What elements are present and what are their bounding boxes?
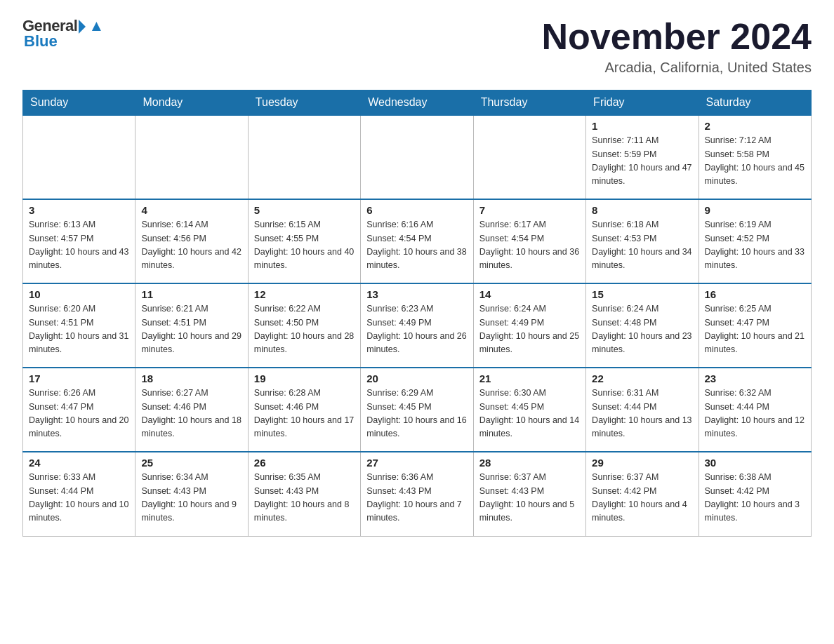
day-number: 28 xyxy=(479,457,580,469)
calendar-cell xyxy=(23,115,135,199)
day-info: Sunrise: 6:38 AMSunset: 4:42 PMDaylight:… xyxy=(705,471,805,525)
day-number: 15 xyxy=(592,288,692,300)
calendar-cell: 14Sunrise: 6:24 AMSunset: 4:49 PMDayligh… xyxy=(473,283,585,368)
day-number: 17 xyxy=(29,373,129,384)
calendar-cell: 28Sunrise: 6:37 AMSunset: 4:43 PMDayligh… xyxy=(473,452,585,536)
calendar-cell: 19Sunrise: 6:28 AMSunset: 4:46 PMDayligh… xyxy=(248,368,360,452)
day-info: Sunrise: 7:12 AMSunset: 5:58 PMDaylight:… xyxy=(705,134,805,189)
day-info: Sunrise: 6:30 AMSunset: 4:45 PMDaylight:… xyxy=(479,387,580,441)
day-info: Sunrise: 6:18 AMSunset: 4:53 PMDaylight:… xyxy=(592,218,692,273)
calendar-cell: 20Sunrise: 6:29 AMSunset: 4:45 PMDayligh… xyxy=(361,368,473,452)
calendar-cell: 3Sunrise: 6:13 AMSunset: 4:57 PMDaylight… xyxy=(23,199,135,283)
day-number: 11 xyxy=(141,288,241,300)
calendar-cell xyxy=(361,115,473,199)
calendar-cell: 12Sunrise: 6:22 AMSunset: 4:50 PMDayligh… xyxy=(248,283,360,368)
day-number: 26 xyxy=(254,457,355,469)
location-subtitle: Arcadia, California, United States xyxy=(542,60,812,76)
logo: General ▲ Blue xyxy=(22,17,104,51)
calendar-cell: 2Sunrise: 7:12 AMSunset: 5:58 PMDaylight… xyxy=(699,115,811,199)
day-number: 14 xyxy=(479,288,580,300)
day-number: 1 xyxy=(592,120,692,132)
day-info: Sunrise: 6:34 AMSunset: 4:43 PMDaylight:… xyxy=(141,471,241,525)
day-number: 18 xyxy=(141,373,241,384)
weekday-header-sunday: Sunday xyxy=(23,90,135,116)
day-number: 20 xyxy=(366,373,467,384)
day-number: 5 xyxy=(254,204,355,216)
weekday-header-monday: Monday xyxy=(135,90,248,116)
day-number: 25 xyxy=(141,457,241,469)
calendar-cell: 30Sunrise: 6:38 AMSunset: 4:42 PMDayligh… xyxy=(699,452,811,536)
calendar-cell xyxy=(248,115,360,199)
day-number: 27 xyxy=(366,457,467,469)
month-title: November 2024 xyxy=(542,17,812,57)
calendar-cell: 27Sunrise: 6:36 AMSunset: 4:43 PMDayligh… xyxy=(361,452,473,536)
calendar-cell: 13Sunrise: 6:23 AMSunset: 4:49 PMDayligh… xyxy=(361,283,473,368)
day-info: Sunrise: 6:29 AMSunset: 4:45 PMDaylight:… xyxy=(366,387,467,441)
day-info: Sunrise: 6:23 AMSunset: 4:49 PMDaylight:… xyxy=(366,302,467,357)
calendar-table: SundayMondayTuesdayWednesdayThursdayFrid… xyxy=(22,90,812,537)
calendar-cell: 26Sunrise: 6:35 AMSunset: 4:43 PMDayligh… xyxy=(248,452,360,536)
day-info: Sunrise: 6:27 AMSunset: 4:46 PMDaylight:… xyxy=(141,387,241,441)
weekday-header-tuesday: Tuesday xyxy=(248,90,360,116)
calendar-cell: 8Sunrise: 6:18 AMSunset: 4:53 PMDaylight… xyxy=(586,199,699,283)
calendar-cell: 17Sunrise: 6:26 AMSunset: 4:47 PMDayligh… xyxy=(23,368,135,452)
calendar-cell: 10Sunrise: 6:20 AMSunset: 4:51 PMDayligh… xyxy=(23,283,135,368)
day-info: Sunrise: 6:13 AMSunset: 4:57 PMDaylight:… xyxy=(29,218,129,273)
weekday-header-saturday: Saturday xyxy=(699,90,811,116)
day-info: Sunrise: 6:19 AMSunset: 4:52 PMDaylight:… xyxy=(705,218,805,273)
day-number: 4 xyxy=(141,204,241,216)
calendar-cell: 25Sunrise: 6:34 AMSunset: 4:43 PMDayligh… xyxy=(135,452,248,536)
day-number: 16 xyxy=(705,288,805,300)
calendar-week-row: 3Sunrise: 6:13 AMSunset: 4:57 PMDaylight… xyxy=(23,199,812,283)
day-number: 9 xyxy=(705,204,805,216)
weekday-header-wednesday: Wednesday xyxy=(361,90,473,116)
day-info: Sunrise: 6:26 AMSunset: 4:47 PMDaylight:… xyxy=(29,387,129,441)
day-info: Sunrise: 6:36 AMSunset: 4:43 PMDaylight:… xyxy=(366,471,467,525)
day-number: 24 xyxy=(29,457,129,469)
logo-text-blue-bottom: Blue xyxy=(22,32,58,51)
day-info: Sunrise: 6:15 AMSunset: 4:55 PMDaylight:… xyxy=(254,218,355,273)
calendar-cell xyxy=(135,115,248,199)
day-number: 3 xyxy=(29,204,129,216)
weekday-header-thursday: Thursday xyxy=(473,90,585,116)
day-info: Sunrise: 6:24 AMSunset: 4:48 PMDaylight:… xyxy=(592,302,692,357)
calendar-week-row: 24Sunrise: 6:33 AMSunset: 4:44 PMDayligh… xyxy=(23,452,812,536)
calendar-week-row: 17Sunrise: 6:26 AMSunset: 4:47 PMDayligh… xyxy=(23,368,812,452)
day-info: Sunrise: 7:11 AMSunset: 5:59 PMDaylight:… xyxy=(592,134,692,189)
day-info: Sunrise: 6:20 AMSunset: 4:51 PMDaylight:… xyxy=(29,302,129,357)
day-number: 29 xyxy=(592,457,692,469)
title-block: November 2024 Arcadia, California, Unite… xyxy=(542,17,812,76)
calendar-cell: 18Sunrise: 6:27 AMSunset: 4:46 PMDayligh… xyxy=(135,368,248,452)
calendar-cell: 24Sunrise: 6:33 AMSunset: 4:44 PMDayligh… xyxy=(23,452,135,536)
calendar-cell: 4Sunrise: 6:14 AMSunset: 4:56 PMDaylight… xyxy=(135,199,248,283)
day-number: 10 xyxy=(29,288,129,300)
calendar-cell: 22Sunrise: 6:31 AMSunset: 4:44 PMDayligh… xyxy=(586,368,699,452)
calendar-cell: 23Sunrise: 6:32 AMSunset: 4:44 PMDayligh… xyxy=(699,368,811,452)
calendar-cell: 16Sunrise: 6:25 AMSunset: 4:47 PMDayligh… xyxy=(699,283,811,368)
calendar-cell: 29Sunrise: 6:37 AMSunset: 4:42 PMDayligh… xyxy=(586,452,699,536)
calendar-cell: 5Sunrise: 6:15 AMSunset: 4:55 PMDaylight… xyxy=(248,199,360,283)
calendar-cell: 21Sunrise: 6:30 AMSunset: 4:45 PMDayligh… xyxy=(473,368,585,452)
day-info: Sunrise: 6:33 AMSunset: 4:44 PMDaylight:… xyxy=(29,471,129,525)
day-info: Sunrise: 6:25 AMSunset: 4:47 PMDaylight:… xyxy=(705,302,805,357)
day-info: Sunrise: 6:21 AMSunset: 4:51 PMDaylight:… xyxy=(141,302,241,357)
day-number: 23 xyxy=(705,373,805,384)
logo-text-blue-top: ▲ xyxy=(88,17,103,35)
calendar-cell: 9Sunrise: 6:19 AMSunset: 4:52 PMDaylight… xyxy=(699,199,811,283)
day-info: Sunrise: 6:37 AMSunset: 4:42 PMDaylight:… xyxy=(592,471,692,525)
logo-arrow-icon xyxy=(79,20,86,34)
day-number: 13 xyxy=(366,288,467,300)
day-info: Sunrise: 6:22 AMSunset: 4:50 PMDaylight:… xyxy=(254,302,355,357)
day-number: 21 xyxy=(479,373,580,384)
calendar-cell: 1Sunrise: 7:11 AMSunset: 5:59 PMDaylight… xyxy=(586,115,699,199)
day-number: 22 xyxy=(592,373,692,384)
weekday-header-friday: Friday xyxy=(586,90,699,116)
day-number: 2 xyxy=(705,120,805,132)
day-number: 19 xyxy=(254,373,355,384)
day-info: Sunrise: 6:24 AMSunset: 4:49 PMDaylight:… xyxy=(479,302,580,357)
calendar-week-row: 10Sunrise: 6:20 AMSunset: 4:51 PMDayligh… xyxy=(23,283,812,368)
day-info: Sunrise: 6:17 AMSunset: 4:54 PMDaylight:… xyxy=(479,218,580,273)
calendar-cell: 15Sunrise: 6:24 AMSunset: 4:48 PMDayligh… xyxy=(586,283,699,368)
calendar-cell: 11Sunrise: 6:21 AMSunset: 4:51 PMDayligh… xyxy=(135,283,248,368)
day-info: Sunrise: 6:14 AMSunset: 4:56 PMDaylight:… xyxy=(141,218,241,273)
